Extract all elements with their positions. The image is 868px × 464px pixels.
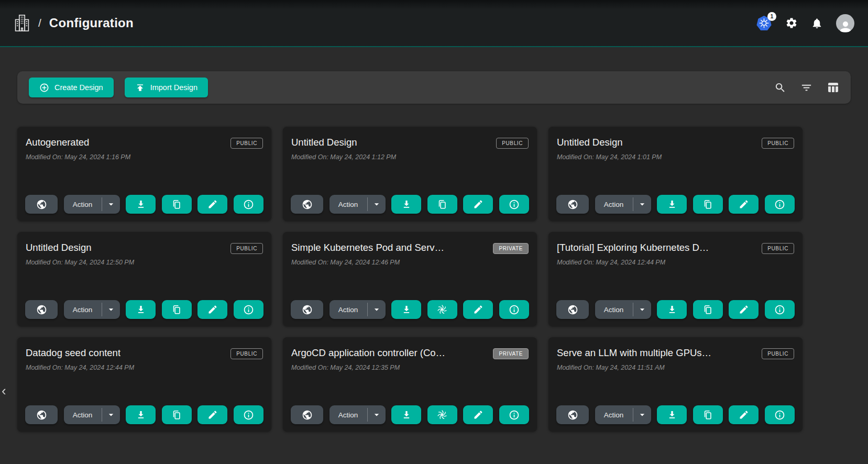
visibility-globe-button[interactable] xyxy=(291,195,323,214)
action-dropdown-caret-icon[interactable] xyxy=(368,199,386,209)
globe-public-icon xyxy=(36,199,47,210)
info-icon xyxy=(509,304,520,315)
action-dropdown-caret-icon[interactable] xyxy=(368,304,386,315)
edit-pencil-icon xyxy=(207,304,218,315)
download-icon xyxy=(667,410,677,420)
organization-building-icon[interactable] xyxy=(14,14,30,32)
sidebar-collapse-chevron-icon[interactable]: ‹ xyxy=(2,384,6,397)
design-card: Untitled Design PUBLIC Modified On: May … xyxy=(17,232,271,326)
action-dropdown-caret-icon[interactable] xyxy=(633,199,651,209)
clone-button[interactable] xyxy=(693,300,723,319)
settings-gear-icon[interactable] xyxy=(785,17,798,29)
info-button[interactable] xyxy=(765,195,795,214)
visibility-globe-button[interactable] xyxy=(291,300,323,319)
design-card-actions: Action xyxy=(291,405,529,424)
info-button[interactable] xyxy=(234,405,263,424)
action-split-button[interactable]: Action xyxy=(595,405,651,424)
action-split-button[interactable]: Action xyxy=(329,405,386,424)
edit-button[interactable] xyxy=(729,195,759,214)
download-button[interactable] xyxy=(126,300,156,319)
action-button-label[interactable]: Action xyxy=(595,411,633,419)
action-dropdown-caret-icon[interactable] xyxy=(368,410,386,420)
import-design-button[interactable]: Import Design xyxy=(125,78,208,97)
visibility-globe-button[interactable] xyxy=(25,405,58,424)
action-split-button[interactable]: Action xyxy=(595,195,651,214)
clone-button[interactable] xyxy=(162,300,192,319)
info-button[interactable] xyxy=(499,195,529,214)
edit-button[interactable] xyxy=(729,405,759,424)
design-card-header: Simple Kubernetes Pod and Serv… PRIVATE xyxy=(291,242,529,254)
top-navbar: / Configuration 1 xyxy=(0,0,868,47)
info-button[interactable] xyxy=(499,405,529,424)
clone-icon xyxy=(171,199,182,210)
visibility-globe-button[interactable] xyxy=(556,195,589,214)
design-swirl-button[interactable] xyxy=(427,300,457,319)
action-button-label[interactable]: Action xyxy=(329,306,367,314)
info-button[interactable] xyxy=(234,300,263,319)
download-button[interactable] xyxy=(391,195,421,214)
clone-button[interactable] xyxy=(427,195,457,214)
info-button[interactable] xyxy=(499,300,529,319)
clone-button[interactable] xyxy=(693,405,723,424)
action-split-button[interactable]: Action xyxy=(329,300,386,319)
action-button-label[interactable]: Action xyxy=(64,411,102,419)
action-dropdown-caret-icon[interactable] xyxy=(102,410,120,420)
filter-icon[interactable] xyxy=(800,82,812,94)
edit-button[interactable] xyxy=(197,300,227,319)
action-button-label[interactable]: Action xyxy=(595,201,633,208)
action-button-label[interactable]: Action xyxy=(329,201,367,208)
action-button-label[interactable]: Action xyxy=(329,411,367,419)
info-button[interactable] xyxy=(234,195,263,214)
info-icon xyxy=(774,199,785,210)
edit-button[interactable] xyxy=(463,300,493,319)
action-button-label[interactable]: Action xyxy=(64,306,102,314)
action-dropdown-caret-icon[interactable] xyxy=(633,410,651,420)
create-design-button[interactable]: Create Design xyxy=(29,78,114,97)
clone-button[interactable] xyxy=(693,195,723,214)
edit-button[interactable] xyxy=(463,195,493,214)
design-swirl-button[interactable] xyxy=(427,405,457,424)
design-title: Untitled Design xyxy=(26,242,91,253)
designs-toolbar: Create Design Import Design xyxy=(17,71,851,104)
notifications-bell-icon[interactable] xyxy=(811,17,823,29)
edit-button[interactable] xyxy=(463,405,493,424)
action-dropdown-caret-icon[interactable] xyxy=(633,304,651,315)
download-button[interactable] xyxy=(657,195,687,214)
clone-button[interactable] xyxy=(162,195,192,214)
action-split-button[interactable]: Action xyxy=(595,300,651,319)
action-split-button[interactable]: Action xyxy=(64,195,120,214)
download-button[interactable] xyxy=(126,195,156,214)
action-split-button[interactable]: Action xyxy=(64,300,120,319)
action-button-label[interactable]: Action xyxy=(595,306,633,314)
visibility-globe-button[interactable] xyxy=(25,300,58,319)
visibility-globe-button[interactable] xyxy=(556,405,589,424)
table-view-icon[interactable] xyxy=(827,81,839,94)
info-button[interactable] xyxy=(765,405,795,424)
visibility-globe-button[interactable] xyxy=(291,405,323,424)
download-button[interactable] xyxy=(391,300,421,319)
action-button-label[interactable]: Action xyxy=(64,201,102,208)
action-dropdown-caret-icon[interactable] xyxy=(102,199,120,209)
edit-pencil-icon xyxy=(739,304,749,315)
download-button[interactable] xyxy=(126,405,156,424)
search-icon[interactable] xyxy=(774,82,786,94)
kubernetes-context-icon[interactable]: 1 xyxy=(756,15,772,31)
edit-button[interactable] xyxy=(197,195,227,214)
clone-button[interactable] xyxy=(162,405,192,424)
download-button[interactable] xyxy=(657,300,687,319)
info-icon xyxy=(243,410,254,421)
visibility-globe-button[interactable] xyxy=(556,300,589,319)
user-avatar[interactable] xyxy=(836,14,854,32)
visibility-globe-button[interactable] xyxy=(25,195,58,214)
download-button[interactable] xyxy=(657,405,687,424)
visibility-badge: PUBLIC xyxy=(762,243,794,254)
download-button[interactable] xyxy=(391,405,421,424)
action-split-button[interactable]: Action xyxy=(64,405,120,424)
action-split-button[interactable]: Action xyxy=(329,195,386,214)
edit-button[interactable] xyxy=(197,405,227,424)
design-card: Simple Kubernetes Pod and Serv… PRIVATE … xyxy=(283,232,537,326)
modified-on-text: Modified On: May 24, 2024 12:50 PM xyxy=(26,259,263,266)
action-dropdown-caret-icon[interactable] xyxy=(102,304,120,315)
edit-button[interactable] xyxy=(729,300,759,319)
info-button[interactable] xyxy=(765,300,795,319)
